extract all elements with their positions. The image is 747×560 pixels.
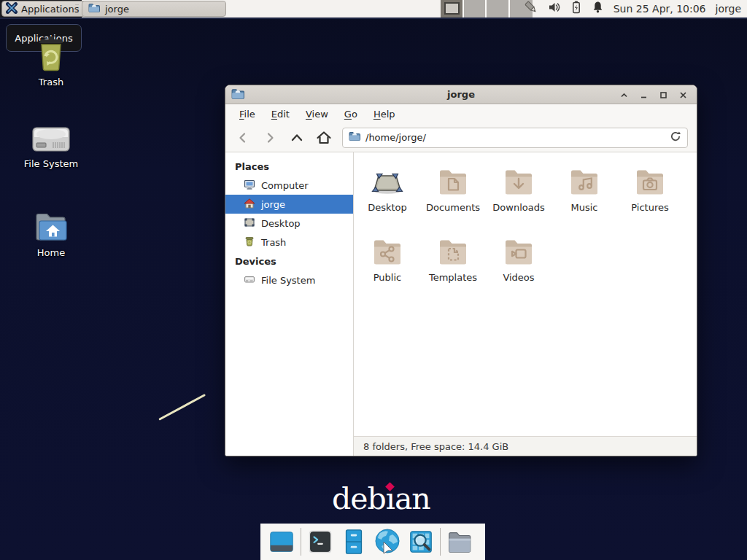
window-titlebar[interactable]: jorge: [225, 85, 697, 104]
debian-logo-text: deb: [332, 481, 386, 516]
sidebar-label: Computer: [261, 180, 309, 191]
folder-item-downloads[interactable]: Downloads: [486, 163, 551, 233]
folder-item-templates[interactable]: Templates: [420, 233, 486, 303]
back-button[interactable]: [234, 129, 252, 147]
web-browser-icon[interactable]: [373, 527, 402, 556]
dock-separator: [440, 528, 441, 556]
reload-icon[interactable]: [670, 131, 681, 145]
minimize-button[interactable]: [638, 89, 650, 101]
house-icon: [244, 198, 255, 211]
panel-clock[interactable]: Sun 25 Apr, 10:06: [614, 3, 706, 15]
workspace-3[interactable]: [487, 0, 510, 18]
folder-label: Templates: [420, 272, 486, 283]
file-cabinet-icon[interactable]: [339, 527, 368, 556]
status-bar: 8 folders, Free space: 14.4 GiB: [354, 436, 697, 456]
folder-video-icon: [486, 234, 551, 269]
terminal-icon[interactable]: [306, 527, 335, 556]
home-folder-icon: [16, 210, 86, 244]
desktop-icon-label: File System: [16, 158, 86, 169]
panel-grip-handle[interactable]: [75, 4, 79, 13]
shade-button[interactable]: [618, 89, 630, 101]
sidebar-label: File System: [261, 275, 315, 286]
folder-item-documents[interactable]: Documents: [420, 163, 486, 233]
workspace-window-thumb: [444, 2, 460, 15]
applications-button[interactable]: Applications: [1, 1, 85, 17]
menu-view[interactable]: View: [298, 106, 336, 122]
menu-file[interactable]: File: [231, 106, 263, 122]
desktop-icon-trash[interactable]: Trash: [16, 35, 86, 88]
desktop-icon-home[interactable]: Home: [16, 210, 86, 258]
wallpaper-streak: [158, 394, 206, 421]
folder-label: Videos: [486, 272, 551, 283]
path-folder-icon: [349, 131, 360, 144]
toolbar: /home/jorge/: [225, 123, 697, 152]
drive-icon: [244, 273, 255, 287]
show-desktop-icon[interactable]: [267, 527, 296, 556]
sidebar-item-jorge[interactable]: jorge: [225, 195, 353, 214]
folder-share-icon: [355, 234, 420, 269]
xfce-logo-icon: [6, 2, 18, 16]
sidebar-label: Trash: [261, 237, 286, 248]
dock-separator: [301, 528, 301, 556]
menu-edit[interactable]: Edit: [263, 106, 298, 122]
desktop-icon: [244, 217, 255, 230]
trash-icon: [16, 35, 86, 73]
top-panel: Applications jorge: [0, 0, 747, 19]
file-manager-window: jorge File Edit View Go Help: [225, 85, 697, 456]
workspace-switcher: [441, 0, 533, 18]
folder-label: Downloads: [486, 202, 551, 213]
battery-icon[interactable]: [570, 0, 582, 18]
close-button[interactable]: [677, 89, 689, 101]
app-finder-icon[interactable]: [406, 527, 436, 556]
path-input[interactable]: /home/jorge/: [365, 132, 665, 143]
taskbar-window-label: jorge: [105, 4, 129, 15]
maximize-button[interactable]: [657, 89, 670, 101]
taskbar-window-button[interactable]: jorge: [82, 1, 226, 17]
file-list-area[interactable]: Desktop Documents: [354, 152, 697, 456]
debian-logo-text: an: [395, 481, 430, 516]
panel-user[interactable]: jorge: [716, 3, 741, 15]
workspace-2[interactable]: [464, 0, 487, 18]
folder-item-music[interactable]: Music: [551, 163, 617, 233]
home-button[interactable]: [315, 129, 333, 147]
folder-label: Documents: [420, 202, 486, 213]
sidebar-item-trash[interactable]: Trash: [225, 233, 353, 252]
folder-music-icon: [551, 164, 617, 199]
file-manager-icon[interactable]: [445, 527, 474, 556]
folder-download-icon: [486, 164, 551, 199]
up-button[interactable]: [288, 129, 306, 147]
workspace-1[interactable]: [441, 0, 464, 18]
applications-label: Applications: [21, 4, 79, 15]
menu-help[interactable]: Help: [365, 106, 403, 122]
folder-item-videos[interactable]: Videos: [486, 233, 551, 303]
devices-header: Devices: [225, 252, 353, 271]
bell-icon[interactable]: [592, 1, 604, 17]
sidebar-item-file-system[interactable]: File System: [225, 271, 353, 289]
desktop-special-icon: [355, 164, 420, 199]
computer-icon: [244, 179, 255, 192]
forward-button[interactable]: [261, 129, 279, 147]
folder-item-public[interactable]: Public: [355, 233, 420, 303]
path-bar[interactable]: /home/jorge/: [342, 128, 688, 148]
menu-go[interactable]: Go: [336, 106, 365, 122]
hard-drive-icon: [16, 124, 86, 155]
folder-template-icon: [420, 234, 486, 269]
folder-window-icon: [88, 3, 100, 15]
folder-label: Pictures: [617, 202, 683, 213]
menu-bar: File Edit View Go Help: [225, 104, 697, 123]
volume-icon[interactable]: [548, 1, 561, 17]
bottom-dock: [260, 524, 485, 560]
folder-item-pictures[interactable]: Pictures: [617, 163, 683, 233]
sidebar: Places Computer: [225, 152, 354, 456]
icon-grid: Desktop Documents: [355, 163, 690, 303]
desktop-icon-label: Trash: [16, 77, 86, 88]
trash-small-icon: [244, 236, 255, 249]
sidebar-item-desktop[interactable]: Desktop: [225, 214, 353, 233]
sidebar-item-computer[interactable]: Computer: [225, 176, 353, 195]
desktop-icon-file-system[interactable]: File System: [16, 124, 86, 169]
sidebar-label: Desktop: [261, 218, 301, 229]
folder-document-icon: [420, 164, 486, 199]
stylus-icon[interactable]: [524, 0, 538, 18]
window-folder-icon: [231, 88, 244, 103]
folder-item-desktop[interactable]: Desktop: [355, 163, 420, 233]
